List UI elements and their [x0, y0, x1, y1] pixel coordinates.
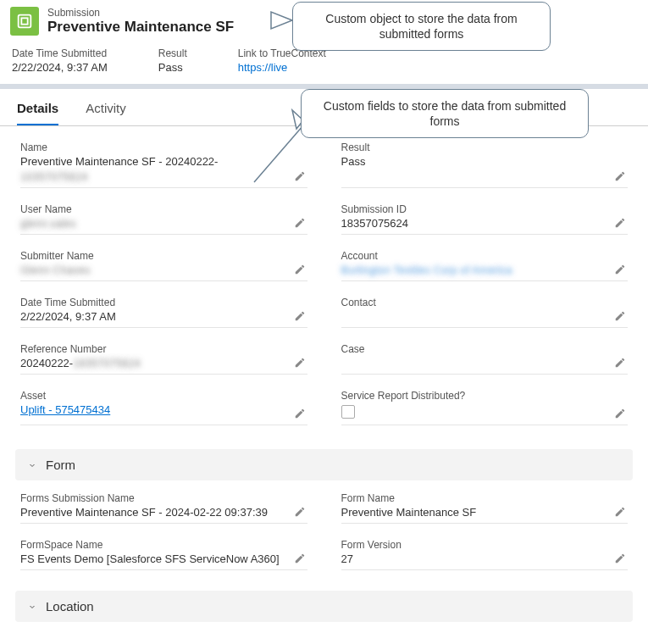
field-service-report-distributed: Service Report Distributed?	[341, 390, 629, 425]
pencil-icon[interactable]	[614, 357, 626, 369]
pencil-icon[interactable]	[294, 552, 306, 564]
callout-custom-object: Custom object to store the data from sub…	[292, 2, 551, 51]
field-reference-number: Reference Number 20240222-18357075624	[20, 343, 307, 375]
pencil-icon[interactable]	[614, 264, 626, 275]
pencil-icon[interactable]	[614, 408, 626, 419]
section-form-title: Form	[46, 458, 75, 472]
account-link[interactable]: Burlington Textiles Corp of America	[341, 264, 512, 276]
field-form-version: Form Version 27	[341, 539, 629, 570]
field-case: Case	[341, 343, 629, 375]
field-submitter-name: Submitter Name Glenn Chaves	[20, 250, 307, 281]
pencil-icon[interactable]	[294, 357, 306, 369]
field-formspace-name: FormSpace Name FS Events Demo [Salesforc…	[20, 539, 307, 570]
pencil-icon[interactable]	[614, 506, 626, 518]
section-form-body: Forms Submission Name Preventive Mainten…	[0, 480, 648, 575]
chevron-down-icon	[27, 602, 37, 612]
pencil-icon[interactable]	[294, 310, 306, 322]
section-location-title: Location	[46, 599, 94, 613]
asset-link[interactable]: Uplift - 575475434	[20, 403, 284, 417]
field-asset: Asset Uplift - 575475434	[20, 390, 307, 425]
chevron-down-icon	[27, 460, 37, 470]
pencil-icon[interactable]	[294, 408, 306, 419]
pencil-icon[interactable]	[614, 310, 626, 322]
field-date-time-submitted: Date Time Submitted 2/22/2024, 9:37 AM	[20, 297, 307, 328]
field-form-name: Form Name Preventive Maintenance SF	[341, 492, 629, 524]
field-contact: Contact	[341, 297, 629, 328]
checkbox-unchecked[interactable]	[341, 405, 355, 419]
pencil-icon[interactable]	[294, 506, 306, 518]
callout-custom-fields: Custom fields to store the data from sub…	[301, 89, 589, 138]
field-forms-submission-name: Forms Submission Name Preventive Mainten…	[20, 492, 307, 524]
pencil-icon[interactable]	[294, 264, 306, 275]
section-form-header[interactable]: Form	[15, 449, 633, 480]
section-location-header[interactable]: Location	[15, 591, 633, 622]
pencil-icon[interactable]	[614, 552, 626, 564]
field-account: Account Burlington Textiles Corp of Amer…	[341, 250, 629, 281]
